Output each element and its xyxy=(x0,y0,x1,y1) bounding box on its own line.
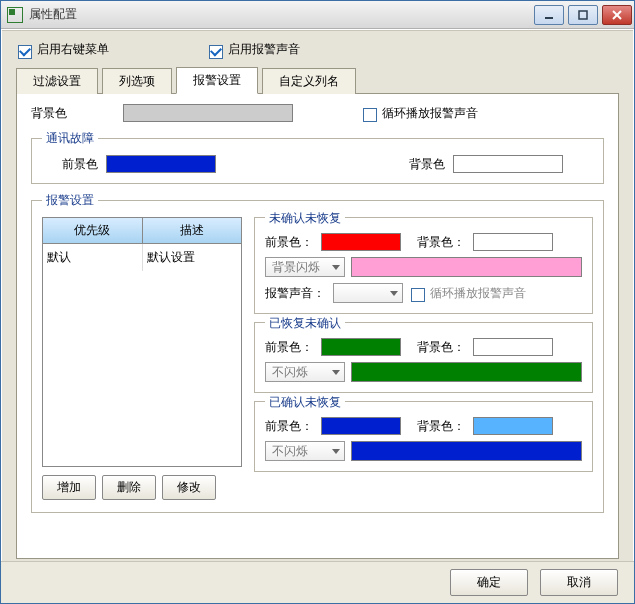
alarm-settings-group: 报警设置 优先级 描述 默认 默认设置 增加 xyxy=(31,192,604,513)
legend-unack-unrestored: 未确认未恢复 xyxy=(265,210,345,227)
th-desc[interactable]: 描述 xyxy=(143,218,242,244)
legend-restored-unack: 已恢复未确认 xyxy=(265,315,345,332)
enable-context-menu-label: 启用右键菜单 xyxy=(37,41,109,58)
chevron-down-icon xyxy=(332,265,340,270)
group-ack-unrestored: 已确认未恢复 前景色： 背景色： 不闪烁 xyxy=(254,401,593,472)
group-unack-unrestored: 未确认未恢复 前景色： 背景色： 背景闪烁 xyxy=(254,217,593,314)
legend-ack-unrestored: 已确认未恢复 xyxy=(265,394,345,411)
window-buttons xyxy=(532,5,634,25)
window-title: 属性配置 xyxy=(29,6,532,23)
panel-bg-label: 背景色 xyxy=(31,105,67,122)
td-desc: 默认设置 xyxy=(143,244,242,271)
modify-button[interactable]: 修改 xyxy=(162,475,216,500)
table-row[interactable]: 默认 默认设置 xyxy=(43,244,241,271)
close-button[interactable] xyxy=(602,5,632,25)
th-priority[interactable]: 优先级 xyxy=(43,218,143,244)
tab-alarm[interactable]: 报警设置 xyxy=(176,67,258,94)
g3-bg-swatch[interactable] xyxy=(473,417,553,435)
minimize-button[interactable] xyxy=(534,5,564,25)
g1-bar-swatch[interactable] xyxy=(351,257,582,277)
g1-fg-label: 前景色： xyxy=(265,234,313,251)
cancel-button[interactable]: 取消 xyxy=(540,569,618,596)
maximize-button[interactable] xyxy=(568,5,598,25)
svg-rect-1 xyxy=(579,11,587,19)
chevron-down-icon xyxy=(332,449,340,454)
title-bar: 属性配置 xyxy=(1,1,634,29)
enable-alarm-sound-label: 启用报警声音 xyxy=(228,41,300,58)
content: 启用右键菜单 启用报警声音 过滤设置 列选项 报警设置 自定义列名 背景色 循环… xyxy=(2,30,633,561)
chevron-down-icon xyxy=(390,291,398,296)
panel-bg-swatch[interactable] xyxy=(123,104,293,122)
group-restored-unack: 已恢复未确认 前景色： 背景色： 不闪烁 xyxy=(254,322,593,393)
g2-blink-select[interactable]: 不闪烁 xyxy=(265,362,345,382)
alarm-settings-legend: 报警设置 xyxy=(42,192,98,209)
g3-bar-swatch[interactable] xyxy=(351,441,582,461)
comm-fg-swatch[interactable] xyxy=(106,155,216,173)
comm-bg-swatch[interactable] xyxy=(453,155,563,173)
g1-bg-swatch[interactable] xyxy=(473,233,553,251)
enable-alarm-sound-checkbox[interactable] xyxy=(209,45,223,59)
g1-fg-swatch[interactable] xyxy=(321,233,401,251)
td-priority: 默认 xyxy=(43,244,143,271)
g2-fg-label: 前景色： xyxy=(265,339,313,356)
app-icon xyxy=(7,7,23,23)
g3-blink-select[interactable]: 不闪烁 xyxy=(265,441,345,461)
detail-column: 未确认未恢复 前景色： 背景色： 背景闪烁 xyxy=(254,217,593,500)
g1-sound-label: 报警声音： xyxy=(265,285,325,302)
tab-strip: 过滤设置 列选项 报警设置 自定义列名 xyxy=(16,66,633,93)
comm-fault-group: 通讯故障 前景色 背景色 xyxy=(31,130,604,184)
g2-bg-label: 背景色： xyxy=(417,339,465,356)
g2-bg-swatch[interactable] xyxy=(473,338,553,356)
priority-column: 优先级 描述 默认 默认设置 增加 删除 修改 xyxy=(42,217,242,500)
ok-button[interactable]: 确定 xyxy=(450,569,528,596)
g2-bar-swatch[interactable] xyxy=(351,362,582,382)
g1-blink-select[interactable]: 背景闪烁 xyxy=(265,257,345,277)
g3-bg-label: 背景色： xyxy=(417,418,465,435)
enable-context-menu-checkbox[interactable] xyxy=(18,45,32,59)
chevron-down-icon xyxy=(332,370,340,375)
loop-alarm-sound-checkbox[interactable] xyxy=(363,108,377,122)
tab-custom-col[interactable]: 自定义列名 xyxy=(262,68,356,94)
tab-columns[interactable]: 列选项 xyxy=(102,68,172,94)
tab-filter[interactable]: 过滤设置 xyxy=(16,68,98,94)
g3-fg-label: 前景色： xyxy=(265,418,313,435)
add-button[interactable]: 增加 xyxy=(42,475,96,500)
g1-loop-label: 循环播放报警声音 xyxy=(430,285,526,302)
g1-bg-label: 背景色： xyxy=(417,234,465,251)
comm-bg-label: 背景色 xyxy=(409,156,445,173)
g2-fg-swatch[interactable] xyxy=(321,338,401,356)
priority-table: 优先级 描述 默认 默认设置 xyxy=(42,217,242,467)
tab-panel: 背景色 循环播放报警声音 通讯故障 前景色 背景色 报警设置 xyxy=(16,93,619,559)
g3-fg-swatch[interactable] xyxy=(321,417,401,435)
g1-loop-checkbox[interactable] xyxy=(411,288,425,302)
comm-fg-label: 前景色 xyxy=(62,156,98,173)
comm-fault-legend: 通讯故障 xyxy=(42,130,98,147)
loop-alarm-sound-label: 循环播放报警声音 xyxy=(382,105,478,122)
footer-bar: 确定 取消 xyxy=(1,561,634,603)
delete-button[interactable]: 删除 xyxy=(102,475,156,500)
g1-sound-select[interactable] xyxy=(333,283,403,303)
